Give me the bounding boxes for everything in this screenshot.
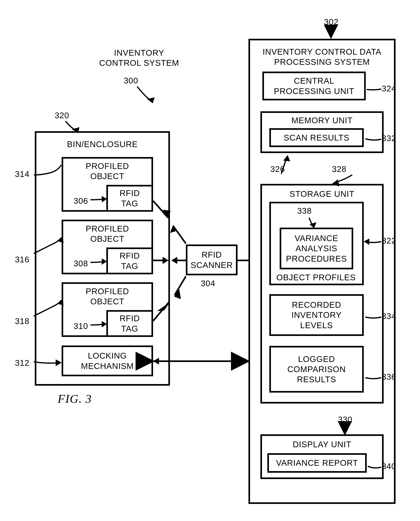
svg-marker-9	[102, 258, 107, 265]
svg-marker-28	[153, 358, 159, 365]
svg-marker-12	[309, 222, 316, 228]
svg-marker-8	[102, 196, 107, 202]
svg-marker-13	[283, 155, 290, 161]
svg-line-14	[153, 201, 168, 218]
svg-marker-10	[102, 321, 107, 327]
svg-marker-11	[364, 239, 369, 245]
diagram-connectors	[0, 0, 420, 521]
svg-marker-21	[171, 257, 177, 264]
svg-marker-2	[332, 179, 339, 187]
svg-marker-7	[56, 359, 62, 366]
svg-marker-16	[163, 210, 171, 219]
svg-marker-20	[163, 257, 169, 264]
svg-line-23	[174, 276, 186, 295]
svg-marker-24	[157, 302, 170, 311]
